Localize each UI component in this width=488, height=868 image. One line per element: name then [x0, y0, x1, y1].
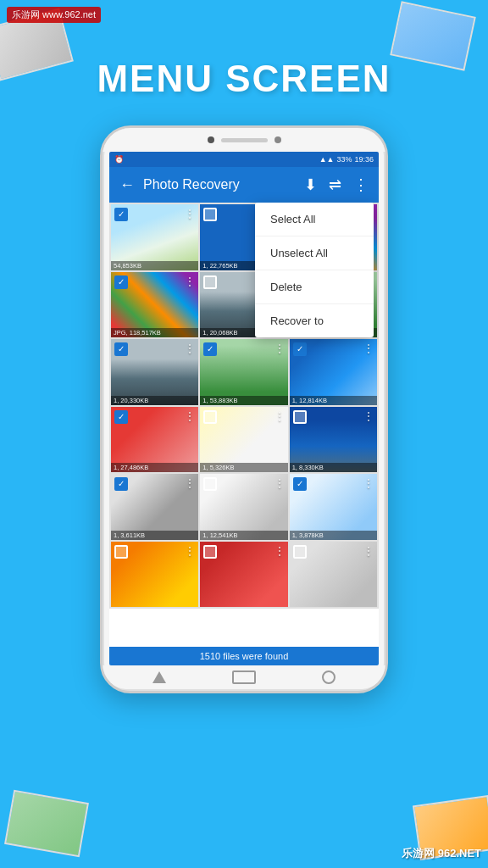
- photo-menu-icon-7[interactable]: ⋮: [185, 342, 195, 354]
- menu-item-recover-to[interactable]: Recover to: [255, 304, 374, 337]
- status-bar: ⏰ ▲▲ 33% 19:36: [109, 152, 379, 167]
- photo-cell-12[interactable]: ⋮1, 8,330KB: [290, 407, 377, 473]
- dropdown-menu: Select All Unselect All Delete Recover t…: [255, 203, 374, 337]
- photo-checkbox-2[interactable]: [203, 208, 217, 221]
- toolbar-title: Photo Recovery: [143, 177, 296, 192]
- photo-checkbox-18[interactable]: [293, 545, 307, 559]
- app-toolbar: ← Photo Recovery ⬇ ⇌ ⋮: [109, 167, 379, 203]
- photo-menu-icon-16[interactable]: ⋮: [185, 545, 195, 557]
- photo-checkbox-8[interactable]: [203, 342, 217, 356]
- photo-checkbox-5[interactable]: [203, 275, 217, 289]
- photo-label-12: 1, 8,330KB: [290, 463, 377, 472]
- photo-checkbox-11[interactable]: [203, 410, 217, 424]
- nav-recents-button[interactable]: [322, 670, 336, 684]
- photo-label-14: 1, 12,541KB: [200, 531, 287, 540]
- file-count-status: 1510 files were found: [109, 647, 379, 665]
- status-bar-left: ⏰: [114, 155, 124, 164]
- back-button[interactable]: ←: [116, 173, 138, 198]
- photo-menu-icon-11[interactable]: ⋮: [274, 410, 285, 422]
- nav-home-button[interactable]: [232, 670, 256, 684]
- photo-checkbox-1[interactable]: [114, 208, 128, 221]
- photo-checkbox-12[interactable]: [293, 410, 307, 424]
- phone-cam-right: [274, 136, 281, 143]
- signal-icon: ▲▲: [319, 155, 335, 164]
- photo-checkbox-4[interactable]: [114, 275, 128, 289]
- watermark-bottom: 乐游网 962.NET: [402, 846, 481, 861]
- photo-label-9: 1, 12,814KB: [290, 396, 377, 405]
- photo-cell-11[interactable]: ⋮1, 5,326KB: [200, 407, 287, 473]
- photo-menu-icon-12[interactable]: ⋮: [363, 410, 374, 422]
- photo-label-7: 1, 20,330KB: [111, 396, 198, 405]
- photo-cell-8[interactable]: ⋮1, 53,883KB: [200, 339, 287, 405]
- alarm-icon: ⏰: [114, 155, 124, 164]
- photo-cell-15[interactable]: ⋮1, 3,878KB: [290, 474, 377, 540]
- photo-checkbox-16[interactable]: [114, 545, 128, 559]
- page-title: MENU SCREEN: [0, 58, 488, 100]
- photo-menu-icon-1[interactable]: ⋮: [185, 208, 195, 220]
- photo-menu-icon-9[interactable]: ⋮: [363, 342, 374, 354]
- menu-item-select-all[interactable]: Select All: [255, 203, 374, 236]
- phone-device: ⏰ ▲▲ 33% 19:36 ← Photo Recovery ⬇ ⇌ ⋮ Se…: [100, 125, 388, 693]
- menu-item-unselect-all[interactable]: Unselect All: [255, 236, 374, 270]
- phone-screen: ⏰ ▲▲ 33% 19:36 ← Photo Recovery ⬇ ⇌ ⋮ Se…: [109, 152, 379, 665]
- phone-speaker: [221, 138, 268, 142]
- decorative-photo-bl: [4, 790, 89, 858]
- nav-back-button[interactable]: [152, 671, 166, 683]
- photo-label-8: 1, 53,883KB: [200, 396, 287, 405]
- photo-cell-10[interactable]: ⋮1, 27,486KB: [111, 407, 198, 473]
- photo-checkbox-17[interactable]: [203, 545, 217, 559]
- photo-menu-icon-8[interactable]: ⋮: [274, 342, 285, 354]
- photo-cell-17[interactable]: ⋮: [200, 542, 287, 608]
- photo-label-11: 1, 5,326KB: [200, 463, 287, 472]
- watermark-top: 乐游网 www.962.net: [7, 7, 101, 23]
- photo-label-15: 1, 3,878KB: [290, 531, 377, 540]
- photo-menu-icon-4[interactable]: ⋮: [185, 275, 195, 287]
- photo-checkbox-10[interactable]: [114, 410, 128, 424]
- photo-cell-7[interactable]: ⋮1, 20,330KB: [111, 339, 198, 405]
- photo-cell-9[interactable]: ⋮1, 12,814KB: [290, 339, 377, 405]
- battery-percent: 33%: [336, 155, 352, 164]
- download-icon[interactable]: ⬇: [301, 172, 320, 198]
- photo-menu-icon-10[interactable]: ⋮: [185, 410, 195, 422]
- photo-checkbox-14[interactable]: [203, 477, 217, 491]
- photo-checkbox-15[interactable]: [293, 477, 307, 491]
- photo-menu-icon-14[interactable]: ⋮: [274, 477, 285, 489]
- status-bar-right: ▲▲ 33% 19:36: [319, 155, 374, 164]
- photo-cell-18[interactable]: ⋮: [290, 542, 377, 608]
- photo-checkbox-13[interactable]: [114, 477, 128, 491]
- photo-label-4: JPG, 118,517KB: [111, 328, 198, 337]
- photo-cell-14[interactable]: ⋮1, 12,541KB: [200, 474, 287, 540]
- phone-camera: [208, 136, 214, 143]
- filter-icon[interactable]: ⇌: [325, 172, 345, 198]
- photo-label-10: 1, 27,486KB: [111, 463, 198, 472]
- photo-label-1: 54,853KB: [111, 261, 198, 270]
- photo-label-13: 1, 3,611KB: [111, 531, 198, 540]
- photo-cell-13[interactable]: ⋮1, 3,611KB: [111, 474, 198, 540]
- photo-cell-1[interactable]: ⋮54,853KB: [111, 204, 198, 270]
- phone-top-bar: [103, 128, 385, 152]
- time-display: 19:36: [354, 155, 374, 164]
- photo-checkbox-9[interactable]: [293, 342, 307, 356]
- photo-cell-16[interactable]: ⋮: [111, 542, 198, 608]
- photo-menu-icon-18[interactable]: ⋮: [363, 545, 374, 557]
- photo-checkbox-7[interactable]: [114, 342, 128, 356]
- photo-cell-4[interactable]: ⋮JPG, 118,517KB: [111, 272, 198, 338]
- menu-item-delete[interactable]: Delete: [255, 270, 374, 304]
- photo-menu-icon-13[interactable]: ⋮: [185, 477, 195, 489]
- phone-bottom-bar: [103, 665, 385, 689]
- photo-menu-icon-15[interactable]: ⋮: [363, 477, 374, 489]
- more-options-icon[interactable]: ⋮: [350, 172, 372, 198]
- photo-menu-icon-17[interactable]: ⋮: [274, 545, 285, 557]
